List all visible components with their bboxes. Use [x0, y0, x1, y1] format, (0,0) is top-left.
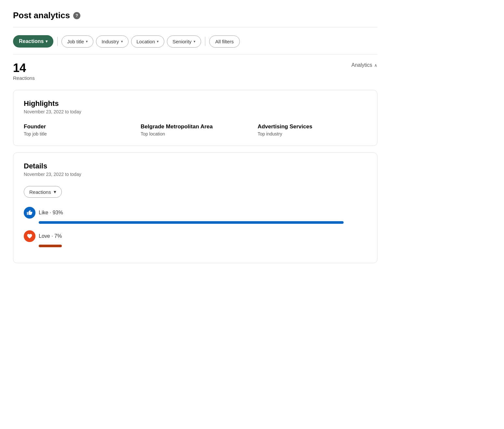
- filter-divider-2: [205, 37, 205, 46]
- highlight-job-title-label: Top job title: [24, 131, 133, 136]
- job-title-filter-button[interactable]: Job title ▾: [61, 36, 93, 48]
- job-title-chevron: ▾: [86, 39, 88, 44]
- stats-row: 14 Reactions Analytics ∧: [13, 62, 377, 83]
- page-header: Post analytics ?: [13, 10, 377, 27]
- industry-filter-label: Industry: [102, 39, 119, 44]
- highlights-date-range: November 23, 2022 to today: [24, 109, 367, 114]
- love-bar-container: [39, 245, 367, 247]
- help-icon[interactable]: ?: [73, 12, 80, 19]
- details-title: Details: [24, 162, 367, 170]
- industry-filter-button[interactable]: Industry ▾: [96, 36, 128, 48]
- location-chevron: ▾: [157, 39, 159, 44]
- seniority-filter-button[interactable]: Seniority ▾: [167, 36, 201, 48]
- stats-block: 14 Reactions: [13, 62, 35, 81]
- reactions-filter-chevron: ▾: [46, 39, 48, 44]
- details-dropdown-chevron: ▾: [54, 189, 56, 195]
- highlight-item-industry: Advertising Services Top industry: [258, 123, 367, 136]
- highlights-title: Highlights: [24, 99, 367, 108]
- like-bar-container: [39, 221, 367, 224]
- highlight-industry-value: Advertising Services: [258, 123, 367, 130]
- highlights-grid: Founder Top job title Belgrade Metropoli…: [24, 123, 367, 136]
- reactions-filter-label: Reactions: [19, 38, 44, 44]
- highlight-location-value: Belgrade Metropolitan Area: [141, 123, 250, 130]
- highlight-item-job-title: Founder Top job title: [24, 123, 133, 136]
- reaction-row-love: Love · 7%: [24, 230, 367, 247]
- industry-chevron: ▾: [121, 39, 123, 44]
- job-title-filter-label: Job title: [67, 39, 84, 44]
- analytics-chevron-up: ∧: [374, 63, 377, 68]
- seniority-filter-label: Seniority: [172, 39, 191, 44]
- details-card: Details November 23, 2022 to today React…: [13, 152, 377, 263]
- analytics-toggle[interactable]: Analytics ∧: [351, 62, 377, 68]
- filter-bar: Reactions ▾ Job title ▾ Industry ▾ Locat…: [13, 35, 377, 54]
- love-label: Love · 7%: [39, 233, 62, 239]
- reaction-row-like: Like · 93%: [24, 207, 367, 224]
- details-dropdown-label: Reactions: [29, 189, 51, 195]
- highlight-item-location: Belgrade Metropolitan Area Top location: [141, 123, 250, 136]
- highlight-industry-label: Top industry: [258, 131, 367, 136]
- details-reactions-dropdown[interactable]: Reactions ▾: [24, 186, 62, 198]
- reaction-like-header: Like · 93%: [24, 207, 367, 219]
- like-bar: [39, 221, 344, 224]
- seniority-chevron: ▾: [194, 39, 196, 44]
- analytics-toggle-label: Analytics: [351, 62, 372, 68]
- location-filter-button[interactable]: Location ▾: [131, 36, 165, 48]
- reaction-love-header: Love · 7%: [24, 230, 367, 242]
- reactions-count: 14: [13, 62, 35, 74]
- reactions-stat-label: Reactions: [13, 75, 35, 81]
- details-date-range: November 23, 2022 to today: [24, 172, 367, 177]
- like-label: Like · 93%: [39, 210, 63, 216]
- love-bar: [39, 245, 62, 247]
- love-icon: [24, 230, 35, 242]
- location-filter-label: Location: [137, 39, 155, 44]
- highlight-location-label: Top location: [141, 131, 250, 136]
- highlights-card: Highlights November 23, 2022 to today Fo…: [13, 90, 377, 146]
- highlight-job-title-value: Founder: [24, 123, 133, 130]
- page-title: Post analytics: [13, 10, 70, 21]
- filter-divider-1: [57, 37, 58, 46]
- like-icon: [24, 207, 35, 219]
- reactions-filter-button[interactable]: Reactions ▾: [13, 35, 53, 48]
- all-filters-button[interactable]: All filters: [209, 36, 240, 48]
